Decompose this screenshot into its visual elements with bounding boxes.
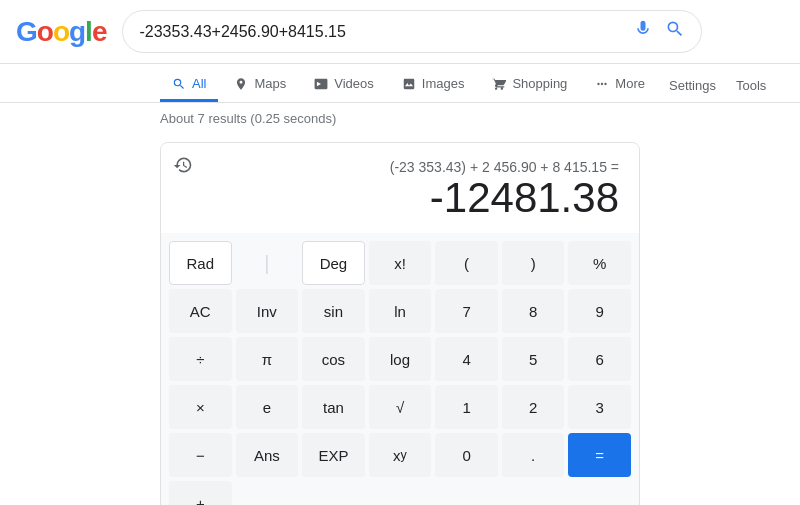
close-paren-btn[interactable]: ) bbox=[502, 241, 565, 285]
nav-more[interactable]: More bbox=[583, 68, 657, 102]
header: Google bbox=[0, 0, 800, 64]
ans-btn[interactable]: Ans bbox=[236, 433, 299, 477]
calc-buttons: Rad | Deg x! ( ) % AC Inv sin ln 7 8 9 ÷… bbox=[161, 233, 639, 505]
calc-expression: (-23 353.43) + 2 456.90 + 8 415.15 = bbox=[177, 159, 623, 175]
calculator: (-23 353.43) + 2 456.90 + 8 415.15 = -12… bbox=[160, 142, 640, 505]
factorial-btn[interactable]: x! bbox=[369, 241, 432, 285]
nav-shopping[interactable]: Shopping bbox=[480, 68, 579, 102]
mic-icon[interactable] bbox=[633, 19, 653, 44]
rad-btn[interactable]: Rad bbox=[169, 241, 232, 285]
zero-btn[interactable]: 0 bbox=[435, 433, 498, 477]
divider: | bbox=[236, 241, 299, 285]
three-btn[interactable]: 3 bbox=[568, 385, 631, 429]
subtract-btn[interactable]: − bbox=[169, 433, 232, 477]
equals-btn[interactable]: = bbox=[568, 433, 631, 477]
settings-link[interactable]: Settings bbox=[661, 70, 724, 101]
results-info: About 7 results (0.25 seconds) bbox=[0, 103, 800, 134]
ac-btn[interactable]: AC bbox=[169, 289, 232, 333]
two-btn[interactable]: 2 bbox=[502, 385, 565, 429]
google-logo: Google bbox=[16, 16, 106, 48]
nav-all[interactable]: All bbox=[160, 68, 218, 102]
one-btn[interactable]: 1 bbox=[435, 385, 498, 429]
percent-btn[interactable]: % bbox=[568, 241, 631, 285]
nav-videos[interactable]: Videos bbox=[302, 68, 386, 102]
five-btn[interactable]: 5 bbox=[502, 337, 565, 381]
exp-btn[interactable]: EXP bbox=[302, 433, 365, 477]
four-btn[interactable]: 4 bbox=[435, 337, 498, 381]
six-btn[interactable]: 6 bbox=[568, 337, 631, 381]
pi-btn[interactable]: π bbox=[236, 337, 299, 381]
open-paren-btn[interactable]: ( bbox=[435, 241, 498, 285]
calc-result: -12481.38 bbox=[177, 175, 623, 221]
power-btn[interactable]: xy bbox=[369, 433, 432, 477]
tools-link[interactable]: Tools bbox=[728, 70, 774, 101]
divide-btn[interactable]: ÷ bbox=[169, 337, 232, 381]
cos-btn[interactable]: cos bbox=[302, 337, 365, 381]
eight-btn[interactable]: 8 bbox=[502, 289, 565, 333]
multiply-btn[interactable]: × bbox=[169, 385, 232, 429]
seven-btn[interactable]: 7 bbox=[435, 289, 498, 333]
decimal-btn[interactable]: . bbox=[502, 433, 565, 477]
e-btn[interactable]: e bbox=[236, 385, 299, 429]
ln-btn[interactable]: ln bbox=[369, 289, 432, 333]
search-icon[interactable] bbox=[665, 19, 685, 44]
nav: All Maps Videos Images Shopping More Set… bbox=[0, 64, 800, 103]
add-btn[interactable]: + bbox=[169, 481, 232, 505]
inv-btn[interactable]: Inv bbox=[236, 289, 299, 333]
sqrt-btn[interactable]: √ bbox=[369, 385, 432, 429]
sin-btn[interactable]: sin bbox=[302, 289, 365, 333]
nine-btn[interactable]: 9 bbox=[568, 289, 631, 333]
nav-maps[interactable]: Maps bbox=[222, 68, 298, 102]
history-icon[interactable] bbox=[173, 155, 193, 180]
calc-display: (-23 353.43) + 2 456.90 + 8 415.15 = -12… bbox=[161, 143, 639, 233]
search-bar bbox=[122, 10, 702, 53]
log-btn[interactable]: log bbox=[369, 337, 432, 381]
tan-btn[interactable]: tan bbox=[302, 385, 365, 429]
deg-btn[interactable]: Deg bbox=[302, 241, 365, 285]
nav-images[interactable]: Images bbox=[390, 68, 477, 102]
search-input[interactable] bbox=[139, 23, 621, 41]
